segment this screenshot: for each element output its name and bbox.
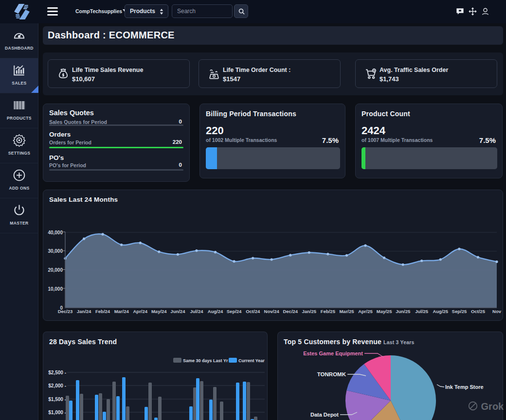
svg-text:Sep/24: Sep/24 <box>227 309 242 314</box>
svg-text:$1,000 -: $1,000 - <box>48 410 66 415</box>
svg-text:May/25: May/25 <box>377 309 392 314</box>
svg-text:Oct/24: Oct/24 <box>246 309 260 314</box>
svg-text:Dec/24: Dec/24 <box>283 309 298 314</box>
svg-text:Jun/24: Jun/24 <box>170 309 185 314</box>
svg-text:Feb/24: Feb/24 <box>95 309 110 314</box>
svg-text:Data Depot: Data Depot <box>310 412 339 418</box>
svg-text:Aug/25: Aug/25 <box>433 309 448 314</box>
svg-text:$1,500 -: $1,500 - <box>48 397 66 402</box>
svg-text:$2,000 -: $2,000 - <box>48 383 66 388</box>
svg-text:Sep/25: Sep/25 <box>452 309 467 314</box>
svg-text:40,000: 40,000 <box>48 230 63 235</box>
svg-text:Oct/25: Oct/25 <box>471 309 486 314</box>
svg-text:TONROMK: TONROMK <box>317 371 346 377</box>
svg-text:Apr/24: Apr/24 <box>133 309 148 314</box>
svg-text:Nov/24: Nov/24 <box>264 309 280 314</box>
svg-text:Jan/24: Jan/24 <box>77 309 91 314</box>
svg-text:30,000: 30,000 <box>48 248 63 254</box>
svg-text:$2,500 -: $2,500 - <box>48 370 66 375</box>
svg-text:Jan/25: Jan/25 <box>302 309 317 314</box>
svg-text:Jul/24: Jul/24 <box>190 309 204 314</box>
svg-text:Aug/24: Aug/24 <box>208 309 223 314</box>
svg-text:20,000: 20,000 <box>48 267 63 273</box>
svg-text:Mar/24: Mar/24 <box>114 309 129 314</box>
svg-text:Dec/23: Dec/23 <box>58 309 73 314</box>
svg-text:Mar/25: Mar/25 <box>339 309 354 314</box>
svg-text:May/24: May/24 <box>151 309 167 314</box>
svg-text:Estes Game Equipment: Estes Game Equipment <box>303 350 363 356</box>
svg-text:Ink Temp Store: Ink Temp Store <box>445 384 484 390</box>
svg-text:Jun/25: Jun/25 <box>396 309 411 314</box>
svg-text:Feb/25: Feb/25 <box>321 309 336 314</box>
svg-text:Apr/25: Apr/25 <box>358 309 373 314</box>
svg-text:Nov: Nov <box>492 309 502 314</box>
svg-text:Jul/25: Jul/25 <box>415 309 429 314</box>
svg-text:10,000: 10,000 <box>48 286 63 292</box>
